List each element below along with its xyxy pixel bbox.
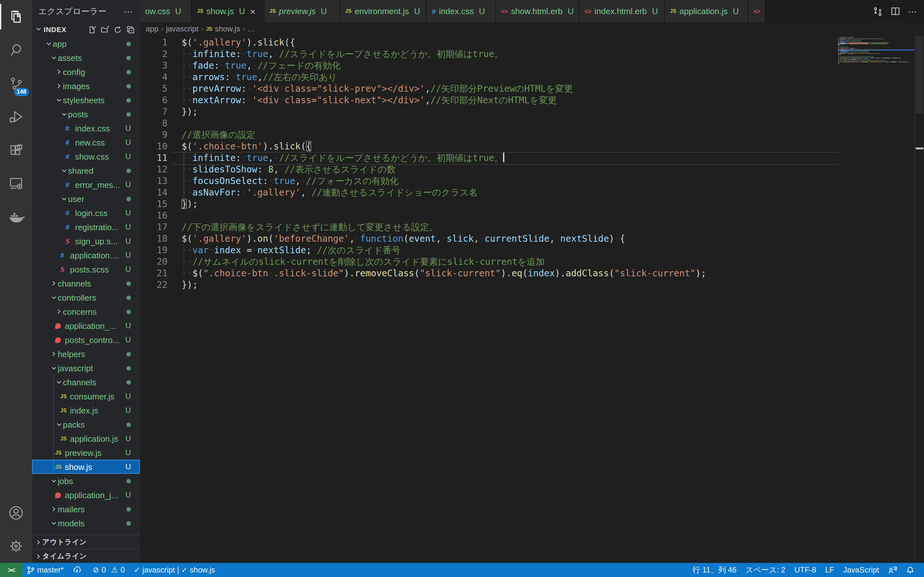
code-line-9[interactable]: //選択画像の設定 [182,129,838,140]
sync-changes-button[interactable] [68,563,88,577]
tree-item-channels[interactable]: channels [32,276,140,290]
breadcrumb-item-show.js[interactable]: JSshow.js [206,24,240,33]
eol-status[interactable]: LF [821,563,838,577]
open-changes-icon[interactable] [873,6,883,16]
settings-gear-icon[interactable] [0,530,32,563]
explorer-icon[interactable] [0,0,32,33]
tab-index.css[interactable]: #index.cssU [427,0,496,23]
code-line-16[interactable] [182,210,838,221]
tree-item-jobs[interactable]: jobs [32,474,140,488]
tree-item-new.css[interactable]: #new.cssU [32,135,140,149]
code-line-19[interactable]: ··var·index·=·nextSlide;·//次のスライド番号 [182,244,838,256]
remote-explorer-icon[interactable] [0,167,32,200]
tree-item-preview.js[interactable]: JSpreview.jsU [32,446,140,460]
tree-item-channels[interactable]: channels [32,375,140,389]
tree-item-show.css[interactable]: #show.cssU [32,149,140,163]
tree-item-user[interactable]: user [32,192,140,206]
encoding-status[interactable]: UTF-8 [790,563,821,577]
notifications-bell-icon[interactable] [901,563,919,577]
new-file-icon[interactable] [88,25,96,34]
collapse-folders-icon[interactable] [126,25,135,34]
code-line-21[interactable]: ··$(".choice-btn·.slick-slide").removeCl… [182,268,838,279]
code-line-11[interactable]: ··infinite:·true,·//スライドをループさせるかどうか。初期値は… [182,152,838,163]
code-line-10[interactable]: $('.choice-btn').slick({ [182,140,838,152]
code-line-8[interactable] [182,117,838,129]
code-line-7[interactable]: }); [182,106,838,117]
tree-item-mailers[interactable]: mailers [32,502,140,516]
tab-ow.css[interactable]: ow.cssU [140,0,192,23]
code-line-17[interactable]: //下の選択画像をスライドさせずに連動して変更させる設定。 [182,221,838,233]
new-folder-icon[interactable] [101,25,109,34]
problems-status[interactable]: ⊘0 ⚠0 [88,563,129,577]
outline-section[interactable]: アウトライン [32,535,140,549]
tree-item-login.css[interactable]: #login.cssU [32,206,140,220]
overview-ruler[interactable] [914,35,924,563]
tab-show.js[interactable]: JSshow.jsU× [192,0,264,23]
search-icon[interactable] [0,33,32,67]
docker-icon[interactable] [0,200,32,234]
tree-item-assets[interactable]: assets [32,51,140,65]
code-line-1[interactable]: $('.gallery').slick({ [182,37,838,48]
minimap[interactable] [838,35,914,563]
code-line-6[interactable]: ··nextArrow:·'<div·class="slick-next"></… [182,94,838,106]
tree-item-models[interactable]: models [32,516,140,530]
run-debug-icon[interactable] [0,100,32,133]
code-line-3[interactable]: ··fade:·true,·//フェードの有効化 [182,60,838,71]
close-tab-icon[interactable]: × [250,5,255,17]
code-line-22[interactable]: }); [182,279,838,290]
tree-item-posts_contro...[interactable]: posts_contro...U [32,333,140,347]
code-line-18[interactable]: $('.gallery').on('beforeChange',·functio… [182,233,838,244]
tab-index.html.erb[interactable]: <>index.html.erbU [580,0,665,23]
tree-item-concerns[interactable]: concerns [32,305,140,319]
tree-item-shared[interactable]: shared [32,163,140,177]
tree-item-consumer.js[interactable]: JSconsumer.jsU [32,389,140,403]
language-mode-status[interactable]: JavaScript [838,563,884,577]
tree-item-packs[interactable]: packs [32,417,140,432]
tree-item-show.js[interactable]: JSshow.jsU [32,460,140,474]
tree-item-app[interactable]: app [32,37,140,51]
code-line-2[interactable]: ··infinite:·true,·//スライドをループさせるかどうか。初期値は… [182,48,838,60]
code-line-13[interactable]: ··focusOnSelect:·true,·//フォーカスの有効化 [182,175,838,187]
breadcrumb-item-javascript[interactable]: javascript [166,24,198,33]
tab-preview.js[interactable]: JSpreview.jsU [264,0,340,23]
sidebar-more-icon[interactable]: ⋯ [124,6,134,16]
explorer-section-title[interactable]: INDEX [44,26,66,33]
tree-item-application.js[interactable]: JSapplication.jsU [32,432,140,446]
tree-item-application_...[interactable]: application_...U [32,319,140,333]
tab-environment.js[interactable]: JSenvironment.jsU [340,0,427,23]
tree-item-images[interactable]: images [32,79,140,93]
linter-status[interactable]: ✓ javascript | ✓ show.js [129,563,220,577]
tree-item-helpers[interactable]: helpers [32,347,140,361]
refresh-icon[interactable] [113,25,122,34]
tree-item-error_mes...[interactable]: #error_mes...U [32,177,140,192]
indentation-status[interactable]: スペース: 2 [741,563,790,577]
tree-item-application_j...[interactable]: application_j...U [32,488,140,502]
code-line-14[interactable]: ··asNavFor:·'.gallery',·//連動させるスライドショーのク… [182,187,838,198]
extensions-icon[interactable] [0,133,32,167]
tree-item-javascript[interactable]: javascript [32,361,140,375]
tree-item-controllers[interactable]: controllers [32,290,140,305]
source-control-icon[interactable]: 148 [0,67,32,100]
timeline-section[interactable]: タイムライン [32,549,140,563]
tree-item-posts[interactable]: posts [32,107,140,121]
tree-item-posts.scss[interactable]: Sposts.scssU [32,262,140,276]
remote-indicator[interactable]: >< [0,563,23,577]
tree-item-config[interactable]: config [32,65,140,79]
tree-item-sign_up.s...[interactable]: Ssign_up.s...U [32,234,140,248]
code-line-15[interactable]: }); [182,198,838,210]
tree-item-stylesheets[interactable]: stylesheets [32,93,140,107]
tree-item-index.js[interactable]: JSindex.jsU [32,403,140,417]
code-line-12[interactable]: ··slidesToShow:·8,·//表示させるスライドの数 [182,163,838,175]
feedback-icon[interactable] [884,563,901,577]
scrollbar-thumb[interactable] [916,37,923,113]
breadcrumb-item-app[interactable]: app [145,24,158,33]
split-editor-icon[interactable] [891,6,900,16]
tab-partial[interactable]: <> [748,0,766,23]
code-line-5[interactable]: ··prevArrow:·'<div·class="slick-prev"></… [182,83,838,94]
git-branch-status[interactable]: master* [23,563,68,577]
breadcrumb-item-symbols[interactable]: … [248,24,255,33]
code-line-20[interactable]: ··//サムネイルのslick-currentを削除し次のスライド要素にslic… [182,256,838,268]
more-actions-icon[interactable]: ⋯ [908,6,918,16]
code-line-4[interactable]: ··arrows:·true,//左右の矢印あり [182,71,838,83]
chevron-down-icon[interactable] [35,24,42,35]
